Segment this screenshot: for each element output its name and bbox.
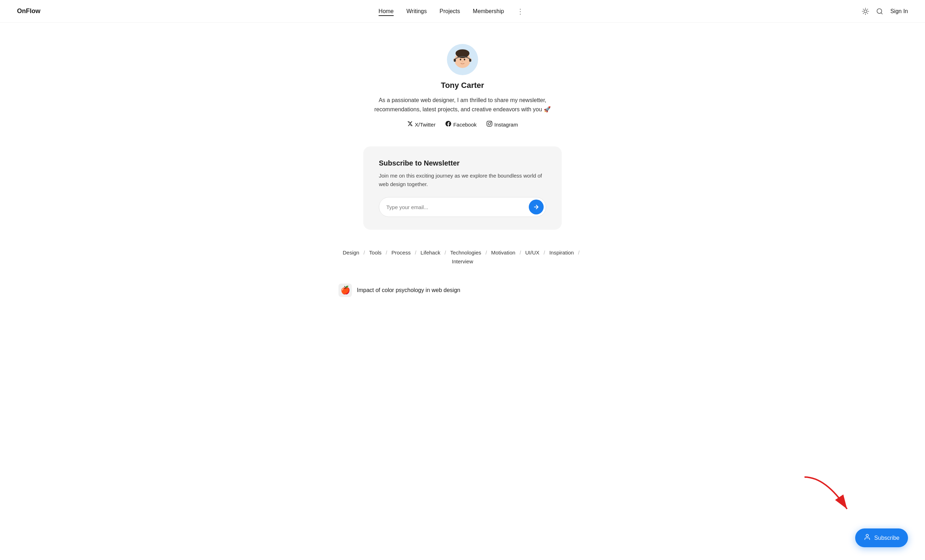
- category-tools[interactable]: Tools: [369, 248, 383, 257]
- subscribe-float-label: Subscribe: [874, 535, 899, 541]
- more-options-icon[interactable]: ⋮: [517, 7, 524, 16]
- separator-2: /: [386, 250, 387, 256]
- nav-link-membership[interactable]: Membership: [473, 8, 504, 15]
- instagram-icon: [487, 121, 492, 128]
- email-input[interactable]: [386, 204, 529, 210]
- nav-links: Home Writings Projects Membership ⋮: [378, 7, 524, 16]
- separator-7: /: [544, 250, 545, 256]
- instagram-link[interactable]: Instagram: [487, 121, 518, 128]
- nav-link-home[interactable]: Home: [378, 8, 394, 15]
- facebook-link[interactable]: Facebook: [446, 121, 477, 128]
- nav-right: Sign In: [862, 8, 908, 15]
- search-icon[interactable]: [876, 8, 883, 15]
- newsletter-title: Subscribe to Newsletter: [379, 159, 546, 167]
- svg-line-3: [863, 9, 864, 9]
- category-lifehack[interactable]: Lifehack: [420, 248, 441, 257]
- separator-1: /: [364, 250, 365, 256]
- articles-section: 🍎 Impact of color psychology in web desi…: [339, 278, 586, 302]
- separator-6: /: [520, 250, 521, 256]
- svg-point-23: [866, 534, 869, 537]
- svg-rect-19: [454, 59, 456, 62]
- social-links: X/Twitter Facebook Instagram: [407, 121, 518, 128]
- category-inspiration[interactable]: Inspiration: [548, 248, 574, 257]
- avatar: [447, 44, 478, 75]
- category-uiux[interactable]: UI/UX: [524, 248, 540, 257]
- profile-bio: As a passionate web designer, I am thril…: [374, 96, 551, 114]
- svg-line-7: [863, 13, 864, 14]
- category-interview[interactable]: Interview: [451, 257, 474, 266]
- svg-line-10: [881, 12, 883, 14]
- facebook-label: Facebook: [453, 122, 477, 128]
- theme-toggle-icon[interactable]: [862, 8, 869, 15]
- subscribe-float-button[interactable]: Subscribe: [855, 528, 908, 547]
- svg-line-4: [867, 13, 868, 14]
- arrow-annotation: [797, 474, 854, 518]
- category-design[interactable]: Design: [342, 248, 360, 257]
- article-icon: 🍎: [339, 283, 352, 297]
- twitter-link[interactable]: X/Twitter: [407, 121, 435, 128]
- svg-point-0: [864, 9, 867, 12]
- nav-link-writings[interactable]: Writings: [407, 8, 427, 15]
- twitter-icon: [407, 121, 413, 128]
- email-form: [379, 197, 546, 217]
- twitter-label: X/Twitter: [415, 122, 435, 128]
- newsletter-description: Join me on this exciting journey as we e…: [379, 172, 546, 188]
- svg-line-8: [867, 9, 868, 9]
- article-item[interactable]: 🍎 Impact of color psychology in web desi…: [339, 278, 586, 302]
- article-title: Impact of color psychology in web design: [357, 287, 460, 294]
- svg-rect-20: [469, 59, 472, 62]
- category-process[interactable]: Process: [390, 248, 411, 257]
- profile-name: Tony Carter: [441, 81, 484, 90]
- facebook-icon: [446, 121, 451, 128]
- category-technologies[interactable]: Technologies: [449, 248, 482, 257]
- separator-3: /: [415, 250, 416, 256]
- separator-8: /: [578, 250, 580, 256]
- svg-point-14: [459, 59, 461, 60]
- nav-logo[interactable]: OnFlow: [17, 8, 41, 15]
- categories-section: Design / Tools / Process / Lifehack / Te…: [339, 248, 586, 266]
- subscribe-icon: [864, 533, 871, 542]
- navbar: OnFlow Home Writings Projects Membership…: [0, 0, 925, 23]
- svg-point-16: [462, 61, 463, 62]
- profile-section: Tony Carter As a passionate web designer…: [374, 44, 551, 128]
- main-content: Tony Carter As a passionate web designer…: [0, 23, 925, 316]
- newsletter-section: Subscribe to Newsletter Join me on this …: [363, 146, 562, 230]
- sign-in-button[interactable]: Sign In: [890, 8, 908, 15]
- instagram-label: Instagram: [494, 122, 518, 128]
- category-motivation[interactable]: Motivation: [491, 248, 516, 257]
- svg-point-15: [464, 59, 466, 60]
- separator-5: /: [485, 250, 487, 256]
- nav-link-projects[interactable]: Projects: [440, 8, 460, 15]
- email-submit-button[interactable]: [529, 200, 544, 214]
- separator-4: /: [444, 250, 446, 256]
